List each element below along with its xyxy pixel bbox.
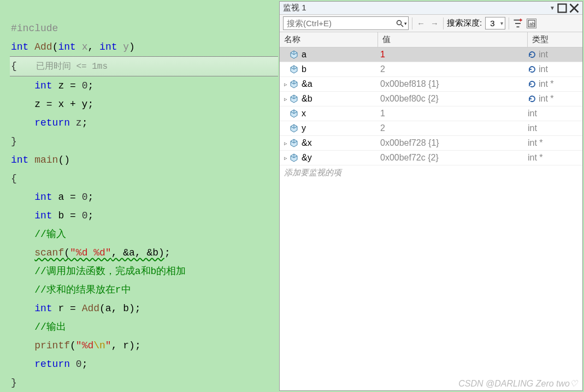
var-type: int [539,64,548,74]
var-value: 0x00bef728 {1} [378,138,528,148]
refresh-icon[interactable] [528,65,536,74]
var-value: 2 [378,64,528,74]
var-type: int [528,123,537,133]
watermark: CSDN @DARLING Zero two♡ [458,378,577,389]
watch-row[interactable]: ▹&b 0x00bef80c {2} int * [280,92,582,106]
search-input[interactable] [284,17,394,29]
var-type: int * [539,79,554,89]
watch-row[interactable]: b 2 int [280,62,582,77]
view-icon[interactable]: ab [527,19,536,28]
watch-row[interactable]: x 1 int [280,106,582,121]
expander-icon[interactable]: ▹ [282,140,290,147]
watch-row[interactable]: ▹&x 0x00bef728 {1} int * [280,136,582,151]
variable-icon [290,94,298,103]
search-button[interactable]: ▾ [394,20,409,27]
code-editor[interactable]: #include ⌄int Add(int x, int y){已用时间 <= … [0,0,278,392]
var-name: x [302,109,306,118]
header-value[interactable]: 值 [378,32,528,47]
var-value: 2 [378,123,528,133]
variable-icon [290,139,298,147]
var-type: int * [528,153,543,163]
refresh-icon[interactable] [528,80,536,88]
variable-icon [290,50,298,59]
separator [443,17,444,29]
var-type: int [539,50,548,60]
var-name: b [302,64,306,74]
var-value: 0x00bef72c {2} [378,153,528,163]
dropdown-icon[interactable]: ▼ [550,5,555,11]
depth-label: 搜索深度: [447,18,482,28]
var-value: 1 [378,50,528,60]
var-type: int * [539,94,554,104]
variable-icon [290,153,298,162]
watch-panel: 监视 1 ▼ ▾ ← → 搜索深度: 3 ab [279,1,583,391]
add-watch-item[interactable]: 添加要监视的项 [280,165,582,180]
watch-headers: 名称 值 类型 [280,32,582,47]
watch-row[interactable]: y 2 int [280,121,582,136]
maximize-icon[interactable] [557,4,567,13]
close-icon[interactable] [569,4,579,13]
var-name: &x [302,138,312,148]
variable-icon [290,80,298,88]
var-name: &b [302,94,312,104]
var-name: y [302,123,306,133]
header-name[interactable]: 名称 [280,32,378,47]
code-content: #include ⌄int Add(int x, int y){已用时间 <= … [10,19,278,392]
watch-title-text: 监视 1 [283,3,550,13]
variable-icon [290,65,298,74]
filter-icon[interactable] [512,18,523,29]
var-type: int * [528,138,543,148]
expander-icon[interactable]: ▹ [282,155,290,162]
watch-toolbar: ▾ ← → 搜索深度: 3 ab [280,15,582,32]
nav-forward-icon[interactable]: → [429,19,440,28]
variable-icon [290,124,298,133]
watch-row[interactable]: ▹&a 0x00bef818 {1} int * [280,77,582,92]
watch-rows: a 1 int b 2 int ▹&a 0x00bef818 {1} int *… [280,47,582,390]
var-value: 0x00bef80c {2} [378,94,528,104]
nav-back-icon[interactable]: ← [416,19,426,28]
var-value: 0x00bef818 {1} [378,79,528,89]
svg-text:ab: ab [529,21,535,27]
svg-rect-0 [558,4,567,12]
var-value: 1 [378,109,528,118]
watch-row[interactable]: a 1 int [280,47,582,62]
var-name: &y [302,153,312,163]
var-name: a [302,50,306,60]
separator [509,17,509,29]
refresh-icon[interactable] [528,50,536,59]
watch-row[interactable]: ▹&y 0x00bef72c {2} int * [280,151,582,165]
var-name: &a [302,79,312,89]
expander-icon[interactable]: ▹ [282,96,290,103]
watch-titlebar: 监视 1 ▼ [280,2,582,15]
depth-select[interactable]: 3 [485,17,505,29]
expander-icon[interactable]: ▹ [282,81,290,88]
search-box: ▾ [283,16,409,30]
refresh-icon[interactable] [528,94,536,103]
svg-point-1 [397,20,402,25]
var-type: int [528,109,537,118]
separator [412,17,412,29]
header-type[interactable]: 类型 [528,32,582,47]
variable-icon [290,109,298,118]
